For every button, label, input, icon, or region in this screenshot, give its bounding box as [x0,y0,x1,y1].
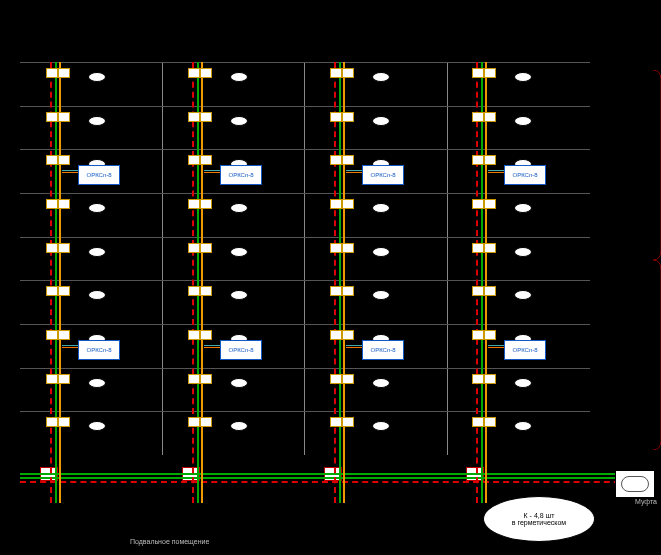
drop-cable [70,163,88,164]
drop-cable [70,251,88,252]
floor-cell: 4 этаж [20,281,163,324]
junction-box [46,286,58,296]
junction-box [200,68,212,78]
apartment-icon [230,72,248,82]
drop-cable [496,207,514,208]
drop-cable [496,163,514,164]
floor-label: 8 этаж [559,123,586,133]
drop-cable [354,120,372,121]
floor-label: 3 этаж [273,341,300,351]
junction-box [330,112,342,122]
drop-cable [496,382,514,383]
floor-label: 6 этаж [416,210,443,220]
junction-box [200,417,212,427]
floor-cell: 1 этаж [448,412,591,455]
junction-box [58,155,70,165]
apartment-icon [88,203,106,213]
junction-box [46,330,58,340]
floor-cell: 9 этаж [20,63,163,106]
floor-label: 3 этаж [131,341,158,351]
floor-label: 2 этаж [273,385,300,395]
junction-box [58,286,70,296]
side-bracket [653,70,661,450]
drop-cable [354,425,372,426]
entrance-4-label [448,48,591,62]
junction-box [200,112,212,122]
cable-riser: ОРКСп-8ОРКСп-8 [190,62,208,455]
junction-box [200,243,212,253]
junction-box [58,330,70,340]
junction-box [472,374,484,384]
drop-cable [212,120,230,121]
apartment-icon [514,72,532,82]
apartment-icon [230,116,248,126]
cable-riser: ОРКСп-8ОРКСп-8 [474,62,492,455]
junction-box [200,155,212,165]
floor-cell: 6 этаж [305,194,448,237]
drop-cable [354,338,372,339]
floor-label: 1 этаж [559,429,586,439]
junction-box [58,112,70,122]
floor-row: 6 этаж6 этаж6 этаж6 этаж [20,193,590,237]
floor-cell: 9 этаж [163,63,306,106]
floor-label: 8 этаж [131,123,158,133]
drop-cable [212,382,230,383]
junction-box [330,155,342,165]
drop-cable [354,163,372,164]
apartment-icon [514,378,532,388]
drop-cable [354,251,372,252]
apartment-icon [514,116,532,126]
floor-cell: 1 этаж [163,412,306,455]
floor-label: 7 этаж [559,167,586,177]
drop-cable [70,425,88,426]
junction-box [188,199,200,209]
apartment-icon [230,378,248,388]
junction-box [188,155,200,165]
drop-cable [354,294,372,295]
floor-label: 7 этаж [131,167,158,177]
floor-cell: 8 этаж [20,107,163,150]
floor-label: 5 этаж [273,254,300,264]
junction-box [484,243,496,253]
floor-label: 6 этаж [559,210,586,220]
junction-box [188,417,200,427]
floor-label: 1 этаж [416,429,443,439]
floor-cell: 2 этаж [305,369,448,412]
drop-cable [496,425,514,426]
floor-label: 2 этаж [416,385,443,395]
drop-cable [70,382,88,383]
junction-box [330,374,342,384]
junction-box [342,243,354,253]
floor-label: 7 этаж [416,167,443,177]
floor-cell: 9 этаж [305,63,448,106]
apartment-icon [230,247,248,257]
apartment-icon [372,72,390,82]
junction-box [342,417,354,427]
junction-box [200,330,212,340]
junction-box [330,286,342,296]
junction-box [484,68,496,78]
junction-box [200,199,212,209]
trunk-fiber-2 [20,477,640,479]
floor-cell: 8 этаж [448,107,591,150]
drop-cable [212,207,230,208]
external-closure [615,470,655,498]
apartment-icon [372,247,390,257]
junction-box [58,374,70,384]
floor-row: 9 этаж9 этаж9 этаж9 этаж [20,62,590,106]
junction-box [484,155,496,165]
junction-box [472,68,484,78]
junction-box [188,286,200,296]
apartment-icon [372,203,390,213]
cable-riser: ОРКСп-8ОРКСп-8 [332,62,350,455]
drop-cable [496,76,514,77]
floor-cell: 9 этаж [448,63,591,106]
orksp-box: ОРКСп-8 [504,165,546,185]
orksp-box: ОРКСп-8 [78,165,120,185]
junction-box [472,286,484,296]
floor-row: 2 этаж2 этаж2 этаж2 этаж [20,368,590,412]
floor-label: 6 этаж [273,210,300,220]
junction-box [46,374,58,384]
floor-label: 8 этаж [416,123,443,133]
drop-cable [354,382,372,383]
